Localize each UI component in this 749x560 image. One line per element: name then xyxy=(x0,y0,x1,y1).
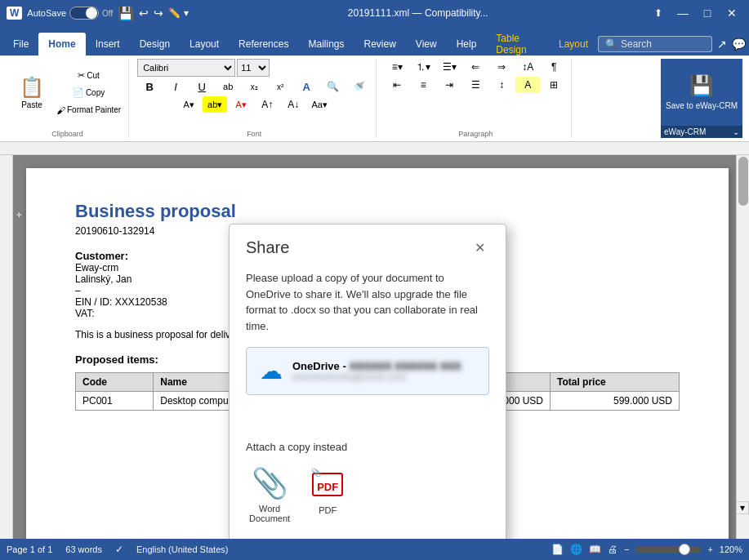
onedrive-label: OneDrive - xyxy=(292,360,346,372)
onedrive-email: XXXXXXXXXX@XXXX.XXX xyxy=(292,372,461,382)
share-icon[interactable]: ↗ xyxy=(717,38,727,51)
clipboard-group-label: Clipboard xyxy=(51,128,83,138)
subscript-btn[interactable]: x₂ xyxy=(242,78,266,95)
align-left-btn[interactable]: ⇤ xyxy=(385,77,409,93)
numbering-btn[interactable]: ⒈▾ xyxy=(411,59,435,75)
tab-file[interactable]: File xyxy=(3,33,38,56)
tab-references[interactable]: References xyxy=(229,33,298,56)
search-replace-icon[interactable]: 🔍 xyxy=(320,78,345,95)
copy-btn[interactable]: 📄Copy xyxy=(54,85,123,101)
status-bar-right: 📄 🌐 📖 🖨 − + 120% xyxy=(551,544,742,555)
save-icon[interactable]: 💾 xyxy=(118,6,134,21)
line-spacing-btn[interactable]: ↕ xyxy=(489,77,514,93)
title-bar-left: W AutoSave Off 💾 ↩ ↪ ✏️ ▾ xyxy=(7,6,189,21)
font-select[interactable]: Calibri xyxy=(137,59,235,77)
eway-icon: 💾 xyxy=(689,74,714,97)
paste-btn[interactable]: 📋 Paste xyxy=(11,69,52,118)
eway-label: Save to eWay-CRM xyxy=(666,100,738,111)
zoom-in-btn[interactable]: + xyxy=(707,544,712,554)
underline-btn[interactable]: U xyxy=(189,78,214,95)
tab-table-design[interactable]: Table Design xyxy=(486,33,549,56)
search-label: Search xyxy=(621,38,652,50)
status-bar: Page 1 of 1 63 words ✓ English (United S… xyxy=(0,539,749,560)
onedrive-name: OneDrive - XXXXXX XXXXXX XXX xyxy=(292,360,461,372)
zoom-out-btn[interactable]: − xyxy=(624,544,629,554)
align-center-btn[interactable]: ≡ xyxy=(411,77,435,93)
font-color2-btn[interactable]: A▾ xyxy=(229,96,253,113)
tab-layout2[interactable]: Layout xyxy=(549,33,598,56)
search-box[interactable]: 🔍 Search xyxy=(598,36,712,52)
ribbon-group-paragraph: ≡▾ ⒈▾ ☰▾ ⇐ ⇒ ↕A ¶ ⇤ ≡ ⇥ ☰ ↕ A ⊞ Paragrap… xyxy=(380,59,572,138)
text-size-decrease-btn[interactable]: A↓ xyxy=(281,96,305,113)
language: English (United States) xyxy=(136,544,229,554)
cut-btn[interactable]: ✂Cut xyxy=(54,68,123,84)
redo-icon[interactable]: ↪ xyxy=(154,7,163,20)
view-print-icon[interactable]: 🖨 xyxy=(608,544,617,555)
ribbon-toggle-btn[interactable]: ⬆ xyxy=(648,5,669,21)
shading-btn[interactable]: A xyxy=(515,77,540,93)
search-icon: 🔍 xyxy=(605,38,617,50)
italic-btn[interactable]: I xyxy=(163,78,188,95)
view-normal-icon[interactable]: 📄 xyxy=(551,544,564,555)
font-size-select[interactable]: 11 xyxy=(237,59,270,77)
customize-icon[interactable]: ✏️ ▾ xyxy=(168,7,188,19)
indent-increase-btn[interactable]: ⇒ xyxy=(489,59,514,75)
multilevel-btn[interactable]: ☰▾ xyxy=(437,59,461,75)
modal-spacer xyxy=(246,408,489,441)
comments-icon[interactable]: 💬 xyxy=(732,38,746,51)
app-container: W AutoSave Off 💾 ↩ ↪ ✏️ ▾ 20191111.xml —… xyxy=(0,0,749,560)
superscript-btn[interactable]: x² xyxy=(268,78,292,95)
paste-icon: 📋 xyxy=(20,76,44,99)
title-bar: W AutoSave Off 💾 ↩ ↪ ✏️ ▾ 20191111.xml —… xyxy=(0,0,749,26)
toggle-knob xyxy=(86,7,97,19)
bold-btn[interactable]: B xyxy=(137,78,162,95)
attach-word-btn[interactable]: 📎 WordDocument xyxy=(246,463,293,527)
highlight-btn[interactable]: ab▾ xyxy=(203,96,227,113)
view-reading-icon[interactable]: 📖 xyxy=(589,544,601,555)
maximize-btn[interactable]: □ xyxy=(697,5,718,21)
text-effects-btn[interactable]: A xyxy=(294,78,319,95)
autosave-control: AutoSave Off xyxy=(27,7,113,20)
zoom-slider-thumb[interactable] xyxy=(679,544,690,555)
attach-pdf-btn[interactable]: 📎 PDF PDF xyxy=(306,463,349,527)
tab-design[interactable]: Design xyxy=(130,33,180,56)
onedrive-account: XXXXXX XXXXXX XXX xyxy=(349,360,461,372)
cut-icon: ✂ xyxy=(78,70,85,81)
align-right-btn[interactable]: ⇥ xyxy=(437,77,461,93)
view-web-icon[interactable]: 🌐 xyxy=(570,544,582,555)
attach-options: 📎 WordDocument 📎 PDF PDF xyxy=(246,463,489,527)
modal-close-btn[interactable]: ✕ xyxy=(470,238,489,257)
undo-icon[interactable]: ↩ xyxy=(139,7,149,20)
pdf-label: PDF xyxy=(319,505,337,515)
autosave-toggle[interactable] xyxy=(69,7,99,20)
borders-btn[interactable]: ⊞ xyxy=(542,77,566,93)
autosave-label: AutoSave xyxy=(27,8,66,18)
strikethrough-btn[interactable]: ab xyxy=(216,78,240,95)
minimize-btn[interactable]: — xyxy=(672,5,693,21)
tab-mailings[interactable]: Mailings xyxy=(298,33,354,56)
text-size-increase-btn[interactable]: A↑ xyxy=(255,96,279,113)
sort-btn[interactable]: ↕A xyxy=(515,59,540,75)
tab-insert[interactable]: Insert xyxy=(86,33,130,56)
format-painter-btn[interactable]: 🖌Format Painter xyxy=(54,102,123,118)
tab-help[interactable]: Help xyxy=(447,33,487,56)
close-btn[interactable]: ✕ xyxy=(721,5,742,21)
tab-home[interactable]: Home xyxy=(38,33,85,56)
modal-description: Please upload a copy of your document to… xyxy=(246,270,489,334)
show-marks-btn[interactable]: ¶ xyxy=(542,59,566,75)
pdf-icon-container: 📎 PDF xyxy=(310,466,346,502)
justify-btn[interactable]: ☰ xyxy=(463,77,488,93)
zoom-slider[interactable] xyxy=(635,546,701,553)
clear-format-btn[interactable]: 🚿 xyxy=(346,78,371,95)
tab-review[interactable]: Review xyxy=(354,33,405,56)
tab-view[interactable]: View xyxy=(406,33,447,56)
share-modal: Share ✕ Please upload a copy of your doc… xyxy=(229,224,506,539)
tab-layout[interactable]: Layout xyxy=(180,33,229,56)
onedrive-button[interactable]: ☁ OneDrive - XXXXXX XXXXXX XXX XXXXXXXXX… xyxy=(246,347,489,395)
bullets-btn[interactable]: ≡▾ xyxy=(385,59,409,75)
eway-save-btn[interactable]: 💾 Save to eWay-CRM xyxy=(661,59,742,126)
font-color-btn[interactable]: A▾ xyxy=(176,96,201,113)
eway-collapse-icon[interactable]: ⌄ xyxy=(733,127,739,136)
indent-decrease-btn[interactable]: ⇐ xyxy=(463,59,488,75)
change-case-btn[interactable]: Aa▾ xyxy=(307,96,332,113)
